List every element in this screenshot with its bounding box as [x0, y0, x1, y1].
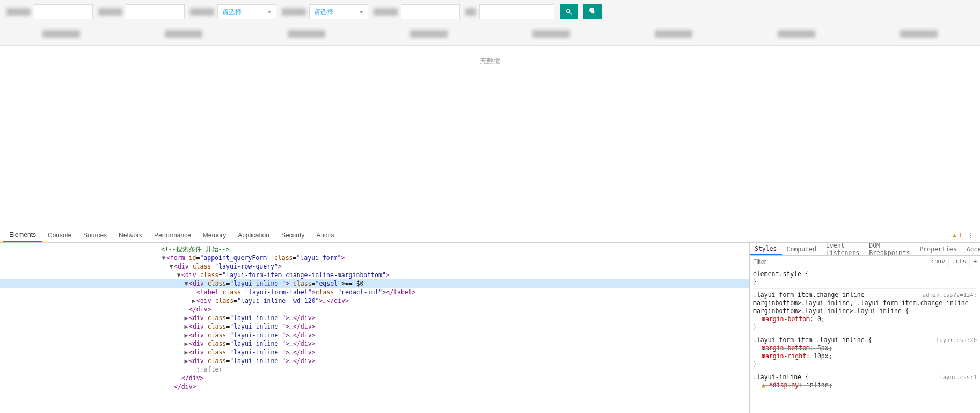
filter-bar: 请选择 请选择 — [0, 0, 980, 24]
filter-group-1 — [6, 4, 93, 19]
filter-label-1 — [6, 8, 31, 16]
table-header-cell — [490, 30, 612, 39]
dom-line[interactable]: ▼<div class="layui-row-query"> — [0, 262, 749, 271]
filter-group-2 — [98, 4, 185, 19]
filter-select-2[interactable]: 请选择 — [309, 4, 368, 19]
filter-group-4: 请选择 — [282, 4, 368, 19]
styles-tab-listeners[interactable]: Event Listeners — [821, 243, 864, 255]
devtools-tab-application[interactable]: Application — [232, 228, 275, 242]
dom-line[interactable]: ▶<div class="layui-inline wd-120">…</div… — [0, 296, 749, 305]
styles-rules[interactable]: element.style {}admin.css?v=124:.layui-f… — [750, 267, 980, 413]
filter-group-5 — [374, 4, 460, 19]
filter-select-1-placeholder: 请选择 — [222, 8, 242, 17]
dom-line[interactable]: ▼<form id="appoint_queryForm" class="lay… — [0, 253, 749, 262]
dom-tree[interactable]: <!--搜索条件 开始-->▼<form id="appoint_queryFo… — [0, 243, 749, 413]
devtools-menu-icon[interactable]: ⋮ — [967, 231, 975, 240]
devtools-tab-sources[interactable]: Sources — [77, 228, 113, 242]
filter-select-1[interactable]: 请选择 — [217, 4, 276, 19]
devtools-panel: Elements Console Sources Network Perform… — [0, 228, 980, 413]
filter-input-4[interactable] — [479, 4, 554, 19]
styles-filter-bar: :hov .cls + — [750, 256, 980, 267]
devtools-tab-security[interactable]: Security — [275, 228, 310, 242]
devtools-tab-memory[interactable]: Memory — [197, 228, 232, 242]
dom-line[interactable]: ▶<div class="layui-inline ">…</div> — [0, 331, 749, 339]
styles-filter-input[interactable] — [750, 256, 927, 267]
table-header-cell — [0, 30, 122, 39]
dom-line[interactable]: ▶<div class="layui-inline ">…</div> — [0, 348, 749, 357]
devtools-tabs: Elements Console Sources Network Perform… — [0, 228, 980, 243]
devtools-warning-count[interactable]: 1 — [952, 232, 962, 238]
filter-group-3: 请选择 — [190, 4, 276, 19]
table-empty-state: 无数据 — [0, 46, 980, 77]
css-rule[interactable]: layui.css:1.layui-inline {▲ *display: in… — [753, 372, 977, 392]
styles-cls-toggle[interactable]: .cls — [948, 256, 970, 267]
filter-label-4 — [282, 8, 306, 16]
dom-line[interactable]: ▶<div class="layui-inline ">…</div> — [0, 314, 749, 322]
dom-line[interactable]: ▼<div class="layui-form-item change-inli… — [0, 271, 749, 279]
table-header — [0, 24, 980, 46]
dom-line[interactable]: ▼<div class="layui-inline "> class="eqse… — [0, 279, 749, 288]
styles-tab-styles[interactable]: Styles — [750, 243, 782, 255]
devtools-tab-network[interactable]: Network — [113, 228, 148, 242]
dom-line[interactable]: ▶<div class="layui-inline ">…</div> — [0, 357, 749, 365]
refresh-icon — [589, 8, 596, 16]
devtools-tab-console[interactable]: Console — [42, 228, 77, 242]
search-icon — [565, 8, 573, 16]
dom-line[interactable]: </div> — [0, 382, 749, 391]
styles-tab-breakpoints[interactable]: DOM Breakpoints — [864, 243, 915, 255]
dom-line[interactable]: ::after — [0, 365, 749, 374]
table-header-cell — [122, 30, 245, 39]
filter-label-2 — [98, 8, 122, 16]
styles-tab-computed[interactable]: Computed — [782, 243, 821, 255]
styles-tab-properties[interactable]: Properties — [915, 243, 961, 255]
styles-tab-accessibility[interactable]: Accessibility — [962, 243, 980, 255]
dom-line[interactable]: <label class="layui-form-label">class="r… — [0, 288, 749, 296]
dom-line[interactable]: </div> — [0, 374, 749, 382]
devtools-tab-audits[interactable]: Audits — [310, 228, 340, 242]
chevron-down-icon — [267, 11, 272, 13]
table-header-cell — [858, 30, 980, 39]
devtools-tab-elements[interactable]: Elements — [3, 228, 42, 242]
css-rule[interactable]: element.style {} — [753, 269, 977, 289]
filter-group-6 — [465, 4, 554, 19]
styles-tabs: Styles Computed Event Listeners DOM Brea… — [750, 243, 980, 256]
filter-label-3 — [190, 8, 214, 16]
filter-input-1[interactable] — [34, 4, 93, 19]
table-header-cell — [612, 30, 735, 39]
filter-input-2[interactable] — [126, 4, 185, 19]
styles-panel: Styles Computed Event Listeners DOM Brea… — [749, 243, 980, 413]
filter-select-2-placeholder: 请选择 — [314, 8, 333, 17]
filter-label-6 — [465, 8, 476, 16]
css-rule[interactable]: admin.css?v=124:.layui-form-item.change-… — [753, 290, 977, 334]
chevron-down-icon — [359, 11, 363, 13]
dom-line[interactable]: </div> — [0, 305, 749, 314]
table-header-cell — [368, 30, 490, 39]
refresh-button[interactable] — [583, 4, 602, 19]
filter-input-3[interactable] — [401, 4, 460, 19]
css-rule[interactable]: layui.css:20.layui-form-item .layui-inli… — [753, 335, 977, 371]
table-header-cell — [245, 30, 368, 39]
styles-hov-toggle[interactable]: :hov — [927, 256, 948, 267]
dom-line[interactable]: ▶<div class="layui-inline ">…</div> — [0, 322, 749, 331]
table-header-cell — [735, 30, 858, 39]
styles-add-rule[interactable]: + — [969, 256, 980, 267]
dom-line[interactable]: ▶<div class="layui-inline ">…</div> — [0, 339, 749, 348]
search-button[interactable] — [560, 4, 578, 19]
filter-label-5 — [374, 8, 398, 16]
devtools-tab-performance[interactable]: Performance — [148, 228, 197, 242]
